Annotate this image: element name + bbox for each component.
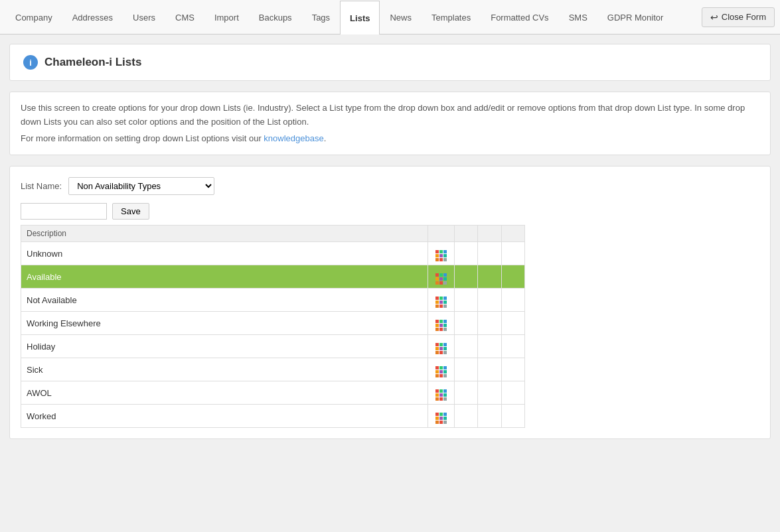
- list-name-row: List Name: Non Availability TypesIndustr…: [21, 177, 759, 195]
- row-color-cell[interactable]: [428, 242, 454, 265]
- table-row[interactable]: AWOL: [21, 381, 525, 405]
- table-row[interactable]: Available: [21, 265, 525, 289]
- table-row[interactable]: Holiday: [21, 335, 525, 358]
- row-description: Holiday: [21, 335, 428, 358]
- add-row: Save: [21, 203, 759, 220]
- nav-tab-addresses[interactable]: Addresses: [62, 0, 123, 34]
- row-action-cell: [478, 405, 501, 428]
- table-row[interactable]: Not Available: [21, 289, 525, 312]
- row-description: Worked: [21, 405, 428, 428]
- table-row[interactable]: Working Elsewhere: [21, 312, 525, 335]
- row-action-cell: [454, 381, 477, 405]
- table-row[interactable]: Sick: [21, 358, 525, 381]
- row-action-cell: [478, 358, 501, 381]
- row-action-cell: [454, 335, 477, 358]
- col-description: Description: [21, 226, 428, 242]
- row-description: Unknown: [21, 242, 428, 265]
- row-action-cell: [501, 242, 524, 265]
- row-description: Working Elsewhere: [21, 312, 428, 335]
- row-color-cell[interactable]: [428, 358, 454, 381]
- nav-tab-gdpr-monitor[interactable]: GDPR Monitor: [597, 0, 674, 34]
- nav-tab-sms[interactable]: SMS: [559, 0, 597, 34]
- list-table: Description UnknownAvailableNot Availabl…: [21, 225, 525, 428]
- nav-tab-backups[interactable]: Backups: [249, 0, 302, 34]
- nav-tab-templates[interactable]: Templates: [422, 0, 481, 34]
- row-action-cell: [478, 289, 501, 312]
- row-action-cell: [501, 381, 524, 405]
- row-action-cell: [454, 358, 477, 381]
- row-action-cell: [478, 335, 501, 358]
- new-item-input[interactable]: [21, 203, 107, 220]
- page-title: Chameleon-i Lists: [44, 56, 141, 69]
- title-card: i Chameleon-i Lists: [9, 44, 771, 81]
- nav-tab-cms[interactable]: CMS: [165, 0, 204, 34]
- table-row[interactable]: Unknown: [21, 242, 525, 265]
- row-color-cell[interactable]: [428, 265, 454, 289]
- list-name-select[interactable]: Non Availability TypesIndustryJob TypeSo…: [68, 177, 214, 195]
- table-row[interactable]: Worked: [21, 405, 525, 428]
- col-icon4: [501, 226, 524, 242]
- table-header-row: Description: [21, 226, 525, 242]
- knowledgebase-link[interactable]: knowledgebase: [264, 133, 323, 143]
- row-action-cell: [501, 289, 524, 312]
- row-action-cell: [454, 312, 477, 335]
- row-action-cell: [501, 335, 524, 358]
- col-icon2: [454, 226, 477, 242]
- row-description: Not Available: [21, 289, 428, 312]
- row-action-cell: [478, 381, 501, 405]
- nav-tab-tags[interactable]: Tags: [302, 0, 340, 34]
- page-content: i Chameleon-i Lists Use this screen to c…: [0, 34, 780, 448]
- row-color-cell[interactable]: [428, 312, 454, 335]
- row-action-cell: [478, 265, 501, 289]
- row-action-cell: [501, 358, 524, 381]
- row-color-cell[interactable]: [428, 289, 454, 312]
- row-action-cell: [454, 242, 477, 265]
- row-action-cell: [454, 265, 477, 289]
- row-description: Sick: [21, 358, 428, 381]
- table-body: UnknownAvailableNot AvailableWorking Els…: [21, 242, 525, 428]
- return-icon: ↩: [710, 12, 718, 23]
- nav-right: ↩ Close Form: [702, 0, 775, 34]
- row-action-cell: [501, 405, 524, 428]
- nav-tab-lists[interactable]: Lists: [340, 1, 380, 34]
- nav-tab-formatted-cvs[interactable]: Formatted CVs: [481, 0, 558, 34]
- save-button[interactable]: Save: [112, 203, 149, 220]
- row-description: Available: [21, 265, 428, 289]
- row-color-cell[interactable]: [428, 381, 454, 405]
- row-action-cell: [454, 289, 477, 312]
- close-form-button[interactable]: ↩ Close Form: [702, 7, 775, 27]
- info-icon: i: [23, 55, 38, 70]
- nav-tab-company[interactable]: Company: [5, 0, 62, 34]
- row-action-cell: [478, 242, 501, 265]
- close-form-label: Close Form: [722, 12, 766, 22]
- row-action-cell: [478, 312, 501, 335]
- desc-line1: Use this screen to create options for yo…: [21, 101, 759, 129]
- top-navigation: CompanyAddressesUsersCMSImportBackupsTag…: [0, 0, 780, 34]
- description-card: Use this screen to create options for yo…: [9, 92, 771, 155]
- nav-tabs-container: CompanyAddressesUsersCMSImportBackupsTag…: [5, 0, 673, 34]
- row-action-cell: [501, 312, 524, 335]
- col-icon1: [428, 226, 454, 242]
- row-action-cell: [501, 265, 524, 289]
- col-icon3: [478, 226, 501, 242]
- row-description: AWOL: [21, 381, 428, 405]
- row-color-cell[interactable]: [428, 335, 454, 358]
- list-name-label: List Name:: [21, 181, 62, 191]
- row-action-cell: [454, 405, 477, 428]
- nav-tab-news[interactable]: News: [380, 0, 422, 34]
- nav-tab-users[interactable]: Users: [123, 0, 165, 34]
- desc-line2: For more information on setting drop dow…: [21, 132, 759, 146]
- nav-tab-import[interactable]: Import: [204, 0, 249, 34]
- main-panel: List Name: Non Availability TypesIndustr…: [9, 166, 771, 439]
- row-color-cell[interactable]: [428, 405, 454, 428]
